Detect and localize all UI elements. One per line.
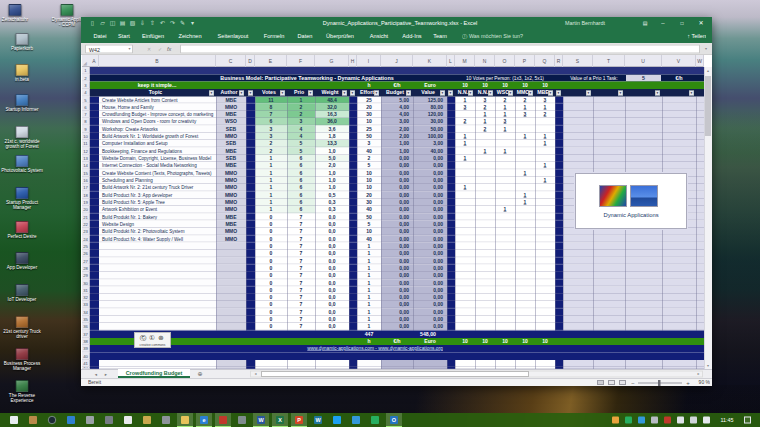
cell-budget-20[interactable]: 0,00	[381, 206, 413, 213]
column-header-H[interactable]: H	[349, 55, 357, 67]
cell-topic-26[interactable]	[99, 250, 216, 257]
column-header-Q[interactable]: Q	[535, 55, 555, 67]
cell-weight-8[interactable]: 36,0	[315, 118, 349, 125]
cell-vote-N-29[interactable]	[475, 272, 495, 279]
cell-prio-18[interactable]: 6	[287, 191, 315, 198]
cell-vote-M-24[interactable]	[455, 235, 475, 242]
range-SW-7[interactable]	[563, 111, 704, 118]
sep-R-31[interactable]	[555, 287, 563, 294]
tray-icon-1[interactable]	[625, 417, 632, 424]
cell-weight-41[interactable]	[315, 360, 349, 367]
cell-vote-O-6[interactable]: 1	[495, 104, 515, 111]
sep-A-11[interactable]	[90, 140, 99, 147]
sep-A-31[interactable]	[90, 287, 99, 294]
cell-weight-33[interactable]: 0,0	[315, 301, 349, 308]
cell-topic-25[interactable]	[99, 243, 216, 250]
row-header-11[interactable]: 11	[82, 140, 90, 147]
prio-value-cell[interactable]: 5	[626, 75, 661, 81]
sheet-prev-icon[interactable]: ◂	[92, 370, 100, 378]
cell-author-8[interactable]: WSO	[216, 118, 246, 125]
cell-topic-41[interactable]	[99, 360, 216, 367]
cell-vote-M-33[interactable]	[455, 301, 475, 308]
startup-informer-icon[interactable]	[16, 94, 29, 106]
cell-prio-41[interactable]	[287, 360, 315, 367]
cell-votes-32[interactable]: 0	[255, 294, 287, 301]
sep-R-19[interactable]	[555, 199, 563, 206]
close-button[interactable]: ✕	[696, 19, 706, 27]
row-header-33[interactable]: 33	[82, 301, 90, 308]
startup-product-manager-label[interactable]: Startup Product Manager	[0, 200, 49, 210]
cell-vote-M-29[interactable]	[455, 272, 475, 279]
cell-budget-8[interactable]: 3,00	[381, 118, 413, 125]
sep-D-23[interactable]	[246, 228, 255, 235]
cell-vote-O-11[interactable]	[495, 140, 515, 147]
sep-D-15[interactable]	[246, 169, 255, 176]
taskbar-settings-icon[interactable]	[238, 416, 246, 424]
cell-prio-13[interactable]: 6	[287, 155, 315, 162]
cell-effort-22[interactable]: 5	[357, 221, 381, 228]
cell-vote-P-23[interactable]	[515, 228, 535, 235]
cell-weight-29[interactable]: 0,0	[315, 272, 349, 279]
cell-vote-P-32[interactable]	[515, 294, 535, 301]
tab-team[interactable]: Team	[428, 31, 452, 40]
sep-A-27[interactable]	[90, 257, 99, 264]
sep-L-6[interactable]	[447, 104, 455, 111]
sep-R-5[interactable]	[555, 96, 563, 103]
cell-votes-18[interactable]: 1	[255, 191, 287, 198]
cell-vote-M-11[interactable]: 1	[455, 140, 475, 147]
cell-vote-O-21[interactable]	[495, 213, 515, 220]
cell-value-18[interactable]: 0,00	[413, 191, 447, 198]
formula-enter-icon[interactable]: ✓	[156, 45, 164, 53]
cell-author-18[interactable]: MMO	[216, 191, 246, 198]
row-header-9[interactable]: 9	[82, 126, 90, 133]
cell-vote-Q-30[interactable]	[535, 279, 555, 286]
cell-value-35[interactable]: 0,00	[413, 316, 447, 323]
sep-L-19[interactable]	[447, 199, 455, 206]
cell-vote-O-15[interactable]	[495, 169, 515, 176]
tab-start[interactable]: Start	[114, 31, 134, 40]
column-header-C[interactable]: C	[216, 55, 246, 67]
row-header-31[interactable]: 31	[82, 287, 90, 294]
column-header-I[interactable]: I	[357, 55, 381, 67]
cell-vote-Q-28[interactable]	[535, 265, 555, 272]
sep-D-7[interactable]	[246, 111, 255, 118]
sep-A-10[interactable]	[90, 133, 99, 140]
sep-L-7[interactable]	[447, 111, 455, 118]
cell-effort-15[interactable]: 10	[357, 169, 381, 176]
sep-R-8[interactable]	[555, 118, 563, 125]
cell-vote-O-18[interactable]	[495, 191, 515, 198]
cell-author-6[interactable]: MMO	[216, 104, 246, 111]
cell-budget-24[interactable]: 0,00	[381, 235, 413, 242]
v-scroll-up-icon[interactable]: ▴	[704, 67, 712, 74]
taskbar-app-green-icon[interactable]	[371, 416, 379, 424]
cell-budget-25[interactable]: 0,00	[381, 243, 413, 250]
cell-topic-36[interactable]	[99, 323, 216, 330]
sep-A-15[interactable]	[90, 169, 99, 176]
cell-vote-Q-7[interactable]: 2	[535, 111, 555, 118]
sep-A-17[interactable]	[90, 184, 99, 191]
cell-topic-32[interactable]	[99, 294, 216, 301]
cell-vote-P-26[interactable]	[515, 250, 535, 257]
cell-vote-M-9[interactable]	[455, 126, 475, 133]
cell-vote-M-41[interactable]	[455, 360, 475, 367]
taskbar-excel-icon[interactable]: X	[276, 416, 284, 424]
cell-vote-P-33[interactable]	[515, 301, 535, 308]
cell-prio-23[interactable]: 7	[287, 228, 315, 235]
cell-author-25[interactable]	[216, 243, 246, 250]
sep-A-24[interactable]	[90, 235, 99, 242]
sep-A-26[interactable]	[90, 250, 99, 257]
sep-R-26[interactable]	[555, 250, 563, 257]
cell-budget-23[interactable]: 0,00	[381, 228, 413, 235]
row-header-41[interactable]: 41	[82, 360, 90, 367]
sep-R-23[interactable]	[555, 228, 563, 235]
cell-budget-29[interactable]: 0,00	[381, 272, 413, 279]
sep-R-11[interactable]	[555, 140, 563, 147]
cell-votes-30[interactable]: 0	[255, 279, 287, 286]
sep-R-16[interactable]	[555, 177, 563, 184]
column-header-G[interactable]: G	[315, 55, 349, 67]
app-developer-label[interactable]: App Developer	[0, 265, 49, 270]
cell-effort-16[interactable]: 10	[357, 177, 381, 184]
cell-budget-13[interactable]: 0,00	[381, 155, 413, 162]
cell-effort-17[interactable]: 10	[357, 184, 381, 191]
cell-vote-P-19[interactable]: 1	[515, 199, 535, 206]
